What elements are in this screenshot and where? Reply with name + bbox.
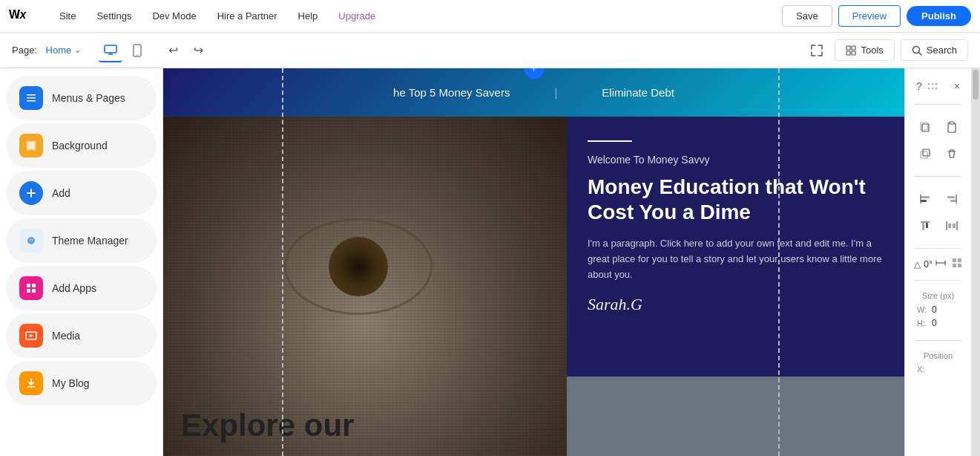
- sidebar-item-theme-manager[interactable]: Theme Manager: [6, 218, 157, 263]
- sidebar-item-menus-pages[interactable]: Menus & Pages: [6, 76, 157, 120]
- svg-point-30: [935, 83, 937, 85]
- left-sidebar: Menus & Pages Background Add Theme Manag…: [0, 68, 163, 456]
- svg-rect-57: [958, 258, 961, 262]
- svg-rect-41: [921, 200, 927, 202]
- svg-rect-38: [921, 152, 927, 158]
- panel-paste-icon[interactable]: [941, 117, 962, 137]
- panel-align-top-icon[interactable]: [915, 215, 935, 236]
- position-section: Position X:: [905, 347, 971, 380]
- sidebar-label-my-blog: My Blog: [52, 377, 90, 389]
- panel-close-icon[interactable]: ×: [949, 77, 965, 95]
- sidebar-item-add-apps[interactable]: Add Apps: [6, 266, 157, 310]
- eye-iris: [329, 237, 388, 296]
- sidebar-item-add[interactable]: Add: [6, 171, 157, 215]
- panel-grip-area: [927, 82, 949, 90]
- svg-rect-9: [846, 51, 850, 55]
- add-icon: [19, 181, 43, 205]
- svg-rect-40: [921, 196, 930, 198]
- left-image-section[interactable]: Explore our: [163, 117, 567, 456]
- nav-right-actions: Save Preview Publish: [782, 5, 971, 27]
- w-label: W:: [917, 305, 929, 314]
- svg-rect-47: [926, 223, 928, 228]
- vertical-scrollbar[interactable]: [971, 68, 980, 456]
- panel-align-left-icon[interactable]: [915, 189, 935, 209]
- publish-button[interactable]: Publish: [907, 6, 971, 26]
- panel-sep2: [915, 176, 961, 177]
- save-button[interactable]: Save: [782, 5, 832, 27]
- sidebar-item-my-blog[interactable]: My Blog: [6, 361, 157, 405]
- panel-help-icon[interactable]: ?: [911, 77, 927, 95]
- svg-rect-24: [32, 289, 36, 293]
- svg-point-6: [137, 54, 138, 56]
- blog-icon: [19, 371, 43, 395]
- nav-hire-partner[interactable]: Hire a Partner: [207, 0, 288, 33]
- panel-align-right-icon[interactable]: [941, 189, 962, 209]
- size-label: Size (px): [911, 291, 965, 300]
- svg-rect-15: [27, 100, 36, 102]
- angle-row: △ 0°: [908, 255, 967, 274]
- page-chevron[interactable]: ⌄: [74, 45, 81, 55]
- w-value[interactable]: 0: [932, 304, 937, 315]
- sidebar-item-media[interactable]: Media: [6, 313, 157, 358]
- undo-button[interactable]: ↩: [161, 39, 185, 62]
- nav-site[interactable]: Site: [49, 0, 86, 33]
- sidebar-label-add: Add: [52, 187, 70, 199]
- mobile-device-btn[interactable]: [125, 39, 149, 62]
- desktop-device-btn[interactable]: [99, 39, 122, 62]
- zoom-fit-button[interactable]: [805, 39, 829, 62]
- page-prefix: Page:: [12, 45, 37, 56]
- card-body: I'm a paragraph. Click here to add your …: [588, 236, 884, 282]
- nav-dev-mode[interactable]: Dev Mode: [142, 0, 206, 33]
- width-row: W: 0: [911, 303, 965, 316]
- nav-settings[interactable]: Settings: [86, 0, 142, 33]
- media-icon: [19, 324, 43, 348]
- canvas-inner: + he Top 5 Money Savers | Eliminate Debt: [163, 68, 904, 456]
- page-label: Page: Home ⌄: [12, 45, 81, 56]
- panel-stretch-icon[interactable]: [935, 258, 946, 271]
- canvas-area: + he Top 5 Money Savers | Eliminate Debt: [163, 68, 904, 456]
- panel-header: ? ×: [905, 74, 971, 98]
- sidebar-label-menus-pages: Menus & Pages: [52, 92, 125, 104]
- explore-text: Explore our: [163, 395, 567, 456]
- svg-rect-39: [923, 149, 930, 156]
- x-label: X:: [917, 365, 929, 374]
- svg-rect-13: [27, 94, 36, 96]
- svg-point-32: [932, 88, 933, 89]
- panel-distribute-icon[interactable]: [941, 215, 962, 236]
- page-home-link[interactable]: Home: [46, 45, 72, 56]
- background-icon: [19, 134, 43, 157]
- device-switcher: [99, 39, 149, 62]
- top-nav: W ix Site Settings Dev Mode Hire a Partn…: [0, 0, 980, 33]
- content-section: Explore our Welcome To Money Savvy Money…: [163, 117, 904, 456]
- right-panel: ? ×: [904, 68, 971, 456]
- svg-rect-7: [846, 46, 850, 50]
- nav-help[interactable]: Help: [288, 0, 329, 33]
- preview-button[interactable]: Preview: [838, 5, 901, 27]
- nav-upgrade[interactable]: Upgrade: [328, 0, 386, 33]
- redo-button[interactable]: ↪: [186, 39, 210, 62]
- dark-card[interactable]: Welcome To Money Savvy Money Education t…: [567, 117, 904, 377]
- panel-delete-icon[interactable]: [941, 143, 962, 164]
- svg-text:ix: ix: [16, 8, 27, 21]
- h-value[interactable]: 0: [932, 318, 937, 328]
- menu-icon: [19, 86, 43, 110]
- svg-rect-59: [958, 264, 961, 267]
- tools-button[interactable]: Tools: [835, 39, 894, 61]
- x-row: X:: [911, 363, 965, 375]
- svg-rect-36: [948, 123, 956, 132]
- position-label: Position: [911, 351, 965, 360]
- size-section: Size (px) W: 0 H: 0: [905, 287, 971, 334]
- panel-actions-grid: [909, 111, 968, 170]
- panel-duplicate-icon[interactable]: [915, 143, 935, 164]
- panel-copy-icon[interactable]: [915, 117, 935, 137]
- panel-grid2-icon[interactable]: [952, 258, 962, 271]
- sidebar-item-background[interactable]: Background: [6, 123, 157, 168]
- scrollbar-thumb[interactable]: [973, 70, 979, 100]
- svg-rect-23: [27, 289, 30, 293]
- search-button[interactable]: Search: [901, 39, 968, 61]
- svg-point-29: [932, 83, 933, 85]
- sidebar-label-add-apps: Add Apps: [52, 282, 96, 294]
- main-nav: Site Settings Dev Mode Hire a Partner He…: [49, 0, 782, 33]
- second-bar: Page: Home ⌄ ↩ ↪ Tools Search: [0, 33, 980, 68]
- panel-sep4: [915, 280, 961, 281]
